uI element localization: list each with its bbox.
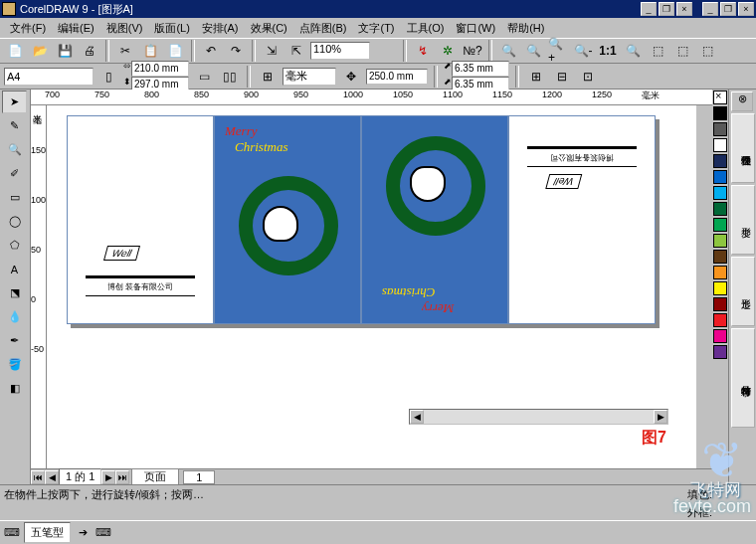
save-button[interactable]: 💾 (54, 40, 76, 62)
color-red[interactable] (713, 313, 727, 327)
color-white[interactable] (713, 138, 727, 152)
menu-layout[interactable]: 版面(L) (148, 19, 195, 38)
paper-size-select[interactable]: A4 (4, 68, 94, 86)
ime-indicator[interactable]: 五笔型 (24, 522, 71, 543)
units-select[interactable]: 毫米 (283, 68, 336, 86)
horizontal-scrollbar[interactable]: ◀▶ (409, 409, 668, 425)
docker-toggle[interactable]: ⊗ (731, 91, 753, 111)
docker-shaping[interactable]: 造形 (731, 257, 755, 326)
page-width-input[interactable]: 210.0 mm (131, 61, 189, 77)
card-panel-2[interactable]: Merry Christmas (214, 115, 361, 324)
pick-tool[interactable]: ➤ (2, 91, 27, 113)
fill-tool[interactable]: 🪣 (2, 353, 27, 376)
menu-bitmaps[interactable]: 点阵图(B) (293, 19, 353, 38)
landscape-button[interactable]: ▭ (193, 66, 215, 88)
grid-button[interactable]: ⊡ (577, 66, 599, 88)
outline-tool[interactable]: ✒ (2, 329, 27, 352)
color-gray[interactable] (713, 122, 727, 136)
color-orange[interactable] (713, 266, 727, 279)
menu-arrange[interactable]: 安排(A) (196, 19, 245, 38)
last-page-button[interactable]: ⏭ (115, 470, 129, 484)
zoom-height-button[interactable]: ⬚ (696, 40, 718, 62)
color-yellow[interactable] (713, 281, 727, 295)
ruler-horizontal[interactable]: 700 750 800 850 900 950 1000 1050 1100 1… (31, 90, 712, 105)
card-panel-4[interactable]: 博创装备有限公司 Well (508, 115, 656, 324)
undo-button[interactable]: ↶ (200, 40, 222, 62)
color-brown[interactable] (713, 250, 727, 264)
menu-help[interactable]: 帮助(H) (501, 19, 550, 38)
zoom-tool[interactable]: 🔍 (2, 138, 27, 161)
color-magenta[interactable] (713, 329, 727, 343)
card-panel-1[interactable]: Well 博创 装备有限公司 (67, 115, 214, 324)
zoom-sel-button[interactable]: 🔍 (622, 40, 644, 62)
color-darkgreen[interactable] (713, 202, 727, 216)
zoom-fit-button[interactable]: ⬚ (647, 40, 668, 62)
portrait-button[interactable]: ▯ (97, 66, 119, 88)
ruler-vertical[interactable]: 毫米 150 100 50 0 -50 (31, 105, 47, 484)
menu-edit[interactable]: 编辑(E) (52, 19, 100, 38)
open-button[interactable]: 📂 (29, 40, 51, 62)
freehand-tool[interactable]: ✐ (2, 162, 27, 185)
color-purple[interactable] (713, 345, 727, 359)
page-tab[interactable]: 页面 (131, 468, 179, 485)
redo-button[interactable]: ↷ (225, 40, 247, 62)
menu-window[interactable]: 窗口(W) (450, 19, 501, 38)
interactive-fill-tool[interactable]: ◧ (2, 377, 27, 400)
eyedropper-tool[interactable]: 💧 (2, 305, 27, 328)
card-panel-3[interactable]: Christmas Merry (361, 115, 508, 324)
layout-button[interactable]: ▯▯ (219, 66, 241, 88)
ime-icon[interactable]: ⌨ (4, 526, 20, 539)
docker-transform[interactable]: 变形 (731, 185, 755, 255)
color-green[interactable] (713, 218, 727, 232)
ime-button-2[interactable]: ⌨ (92, 524, 115, 541)
menu-view[interactable]: 视图(V) (100, 19, 149, 38)
paste-button[interactable]: 📄 (164, 40, 186, 62)
interactive-tool[interactable]: ⬔ (2, 281, 27, 304)
copy-button[interactable]: 📋 (139, 40, 161, 62)
color-lime[interactable] (713, 234, 727, 248)
zoom-width-button[interactable]: ⬚ (671, 40, 693, 62)
color-navy[interactable] (713, 154, 727, 168)
prev-page-button[interactable]: ◀ (45, 470, 59, 484)
import-button[interactable]: ⇲ (261, 40, 283, 62)
zoom-11-button[interactable]: 1:1 (597, 40, 619, 62)
menu-effects[interactable]: 效果(C) (245, 19, 293, 38)
menu-tools[interactable]: 工具(O) (401, 19, 451, 38)
print-button[interactable]: 🖨 (79, 40, 100, 62)
close-button[interactable]: × (676, 2, 692, 16)
zoom-page-button[interactable]: 🔍 (497, 40, 519, 62)
zoom-out-button[interactable]: 🔍- (572, 40, 594, 62)
minimize-button[interactable]: _ (641, 2, 657, 16)
color-darkred[interactable] (713, 297, 727, 311)
restore-button[interactable]: ❐ (659, 2, 674, 16)
menu-text[interactable]: 文字(T) (352, 19, 400, 38)
color-cyan[interactable] (713, 186, 727, 200)
zoom-all-button[interactable]: 🔍 (522, 40, 544, 62)
menu-file[interactable]: 文件(F) (4, 19, 52, 38)
doc-minimize-button[interactable]: _ (702, 2, 718, 16)
shape-tool[interactable]: ✎ (2, 114, 27, 137)
zoom-level-select[interactable]: 110% (310, 42, 370, 60)
cut-button[interactable]: ✂ (114, 40, 136, 62)
zoom-in-button[interactable]: 🔍+ (547, 40, 569, 62)
docker-object-manager[interactable]: 物件管理员 (731, 113, 755, 183)
docker-symbols[interactable]: 符号与特殊字符 (731, 328, 755, 428)
page-1-tab[interactable]: 1 (183, 470, 215, 484)
dup-x-input[interactable]: 6.35 mm (452, 61, 509, 77)
color-black[interactable] (713, 106, 727, 120)
new-button[interactable]: 📄 (4, 40, 26, 62)
scripts-button[interactable]: ✲ (437, 40, 459, 62)
no-color-swatch[interactable]: × (713, 91, 727, 104)
text-tool[interactable]: A (2, 258, 27, 280)
guides-button[interactable]: ⊟ (551, 66, 573, 88)
first-page-button[interactable]: ⏮ (31, 470, 45, 484)
polygon-tool[interactable]: ⬠ (2, 234, 27, 257)
export-button[interactable]: ⇱ (285, 40, 307, 62)
corel-online-button[interactable]: ↯ (412, 40, 434, 62)
ellipse-tool[interactable]: ◯ (2, 210, 27, 233)
ime-button-1[interactable]: ➔ (75, 524, 92, 541)
what-button[interactable]: №? (462, 40, 483, 62)
rectangle-tool[interactable]: ▭ (2, 186, 27, 209)
nudge-input[interactable]: 250.0 mm (366, 69, 428, 85)
color-blue[interactable] (713, 170, 727, 184)
